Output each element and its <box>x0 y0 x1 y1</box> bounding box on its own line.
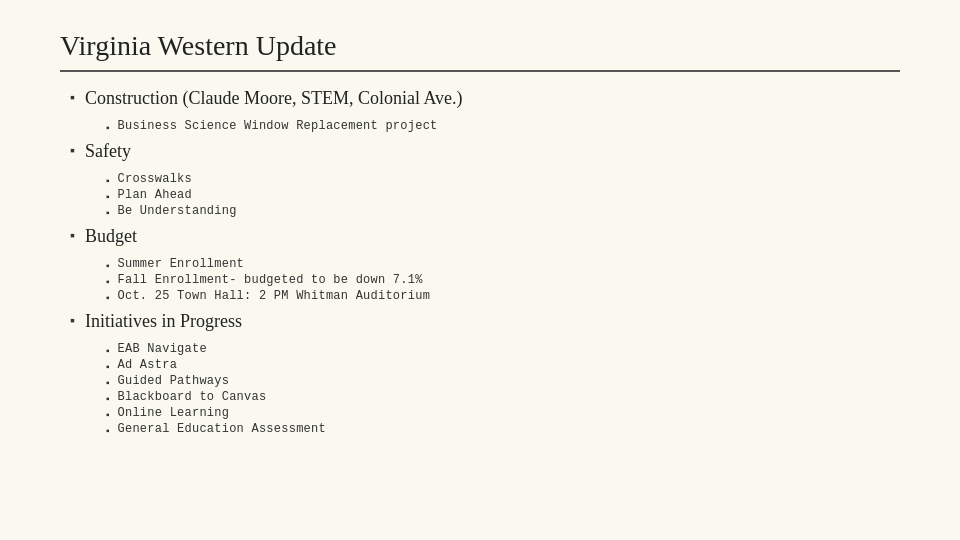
sub-bullet-text: Oct. 25 Town Hall: 2 PM Whitman Auditori… <box>118 289 431 303</box>
sub-bullets-initiatives: ▪EAB Navigate▪Ad Astra▪Guided Pathways▪B… <box>106 342 900 436</box>
sub-bullet-text: General Education Assessment <box>118 422 326 436</box>
sub-bullet-icon: ▪ <box>106 175 110 186</box>
sub-bullet-text: Blackboard to Canvas <box>118 390 267 404</box>
sub-bullet-text: Ad Astra <box>118 358 178 372</box>
main-bullet-initiatives: ▪Initiatives in Progress <box>70 311 900 332</box>
sub-bullet-icon: ▪ <box>106 377 110 388</box>
sub-bullet-text: Plan Ahead <box>118 188 192 202</box>
slide: Virginia Western Update ▪Construction (C… <box>0 0 960 540</box>
slide-title: Virginia Western Update <box>60 30 900 62</box>
main-bullet-budget: ▪Budget <box>70 226 900 247</box>
bullet-icon: ▪ <box>70 90 75 106</box>
sub-bullet-text: Fall Enrollment- budgeted to be down 7.1… <box>118 273 423 287</box>
list-item: ▪Online Learning <box>106 406 900 420</box>
bullet-icon: ▪ <box>70 228 75 244</box>
list-item: ▪Guided Pathways <box>106 374 900 388</box>
sub-bullets-safety: ▪Crosswalks▪Plan Ahead▪Be Understanding <box>106 172 900 218</box>
sub-bullet-icon: ▪ <box>106 393 110 404</box>
sub-bullet-icon: ▪ <box>106 409 110 420</box>
list-item: ▪General Education Assessment <box>106 422 900 436</box>
list-item: ▪Fall Enrollment- budgeted to be down 7.… <box>106 273 900 287</box>
sub-bullet-text: Guided Pathways <box>118 374 230 388</box>
sub-bullets-budget: ▪Summer Enrollment▪Fall Enrollment- budg… <box>106 257 900 303</box>
sub-bullet-icon: ▪ <box>106 260 110 271</box>
list-item: ▪Crosswalks <box>106 172 900 186</box>
sub-bullet-text: EAB Navigate <box>118 342 207 356</box>
list-item: ▪EAB Navigate <box>106 342 900 356</box>
section-safety: ▪Safety▪Crosswalks▪Plan Ahead▪Be Underst… <box>70 141 900 218</box>
list-item: ▪Ad Astra <box>106 358 900 372</box>
bullet-icon: ▪ <box>70 143 75 159</box>
sub-bullet-icon: ▪ <box>106 425 110 436</box>
main-bullet-construction: ▪Construction (Claude Moore, STEM, Colon… <box>70 88 900 109</box>
section-budget: ▪Budget▪Summer Enrollment▪Fall Enrollmen… <box>70 226 900 303</box>
sub-bullet-icon: ▪ <box>106 276 110 287</box>
sub-bullet-text: Online Learning <box>118 406 230 420</box>
sub-bullet-text: Crosswalks <box>118 172 192 186</box>
main-bullet-label-budget: Budget <box>85 226 137 247</box>
sub-bullet-icon: ▪ <box>106 191 110 202</box>
section-initiatives: ▪Initiatives in Progress▪EAB Navigate▪Ad… <box>70 311 900 436</box>
list-item: ▪Plan Ahead <box>106 188 900 202</box>
sub-bullet-icon: ▪ <box>106 122 110 133</box>
list-item: ▪Blackboard to Canvas <box>106 390 900 404</box>
list-item: ▪Business Science Window Replacement pro… <box>106 119 900 133</box>
sub-bullet-text: Business Science Window Replacement proj… <box>118 119 438 133</box>
main-bullet-label-safety: Safety <box>85 141 131 162</box>
main-bullet-safety: ▪Safety <box>70 141 900 162</box>
sub-bullet-icon: ▪ <box>106 292 110 303</box>
sub-bullet-icon: ▪ <box>106 207 110 218</box>
list-item: ▪Be Understanding <box>106 204 900 218</box>
list-item: ▪Summer Enrollment <box>106 257 900 271</box>
main-bullet-label-construction: Construction (Claude Moore, STEM, Coloni… <box>85 88 463 109</box>
sub-bullet-text: Summer Enrollment <box>118 257 245 271</box>
title-section: Virginia Western Update <box>60 30 900 72</box>
main-bullet-label-initiatives: Initiatives in Progress <box>85 311 242 332</box>
section-construction: ▪Construction (Claude Moore, STEM, Colon… <box>70 88 900 133</box>
sub-bullet-icon: ▪ <box>106 361 110 372</box>
sub-bullet-text: Be Understanding <box>118 204 237 218</box>
content-area: ▪Construction (Claude Moore, STEM, Colon… <box>60 88 900 436</box>
sub-bullets-construction: ▪Business Science Window Replacement pro… <box>106 119 900 133</box>
bullet-icon: ▪ <box>70 313 75 329</box>
list-item: ▪Oct. 25 Town Hall: 2 PM Whitman Auditor… <box>106 289 900 303</box>
sub-bullet-icon: ▪ <box>106 345 110 356</box>
title-divider <box>60 70 900 72</box>
